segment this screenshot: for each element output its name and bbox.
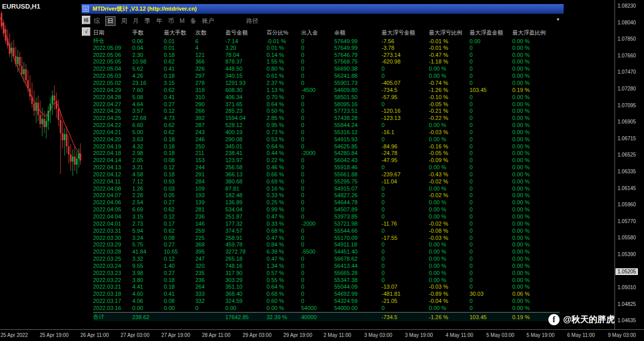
candle-body [68,146,70,154]
table-row[interactable]: 2022.03.303.240.08225258.910.47 %055170.… [93,234,560,241]
candle-body [23,69,25,74]
table-row[interactable]: 2022.03.315.940.62259374.570.68 %055544.… [93,227,560,234]
table-row[interactable]: 2022.04.285.080.41310406.340.70 %058501.… [93,94,560,101]
time-tick-label: 29 Apr 03:00 [243,332,272,338]
table-row[interactable]: 2022.04.263.570.12266285.230.50 %057723.… [93,107,560,114]
table-cell: -734.5 [382,314,429,320]
table-row[interactable]: 2022.04.012.730.17146177.320.33 %-200053… [93,220,560,227]
chevron-down-icon[interactable]: ▼ [556,17,560,22]
table-row[interactable]: 2022.04.215.000.62243400.190.73 %055316.… [93,129,560,136]
candle-body [40,115,41,124]
tab-币[interactable]: 币 [168,17,174,25]
table-row[interactable]: 2022.05.090.040.0143.200.01 %057649.99-3… [93,44,560,51]
table-cell: 265.18 [225,256,267,262]
table-row[interactable]: 2022.04.203.630.18246290.080.53 %054915.… [93,136,560,143]
table-row[interactable]: 2022.04.182.980.18211238.410.44 %-200054… [93,150,560,157]
tab-年[interactable]: 年 [156,17,162,25]
table-row[interactable]: 2022.03.249.551.40320748.161.34 %056413.… [93,262,560,269]
table-row[interactable]: 2022.04.2522.684.733921594.042.85 %05743… [93,114,560,121]
table-cell: 54280.84 [334,150,382,156]
table-cell: 395 [195,249,225,255]
table-cell: 23.16 [132,80,164,86]
table-cell: 0.01 [164,45,195,51]
time-tick-label: 27 Apr 03:00 [121,332,150,338]
table-cell: 0 [470,101,512,107]
tab-季[interactable]: 季 [144,17,151,25]
table-row[interactable]: 2022.04.226.600.62287528.120.95 %055844.… [93,121,560,129]
time-tick-label: 9 May 03:00 [608,332,636,338]
table-row[interactable]: 2022.04.274.640.27290371.650.64 %058095.… [93,101,560,108]
table-row[interactable]: 2022.03.214.410.18264351.100.64 %055044.… [93,284,560,291]
table-row[interactable]: 2022.04.124.580.18291366.130.66 %055661.… [93,171,560,178]
table-cell: 236 [195,213,225,220]
table-row[interactable]: 2022.04.117.120.93284380.680.69 %055295.… [93,178,560,185]
table-cell: 持仓 [93,37,132,45]
table-cell: 3272.78 [225,249,267,255]
tab-备[interactable]: 备 [190,17,196,25]
tab-月[interactable]: 月 [133,17,139,25]
table-cell: 0.18 [164,73,195,79]
table-cell: 2.37 % [267,80,301,86]
table-row[interactable]: 2022.04.072.280.05193182.480.33 %054827.… [93,192,560,199]
table-row[interactable]: 2022.05.062.300.1812178.040.14 %057646.7… [93,51,560,58]
table-cell: 291 [195,171,225,177]
minimize-button[interactable]: - [82,6,89,12]
tab-账户[interactable]: 账户 [202,17,214,25]
table-row[interactable]: 2022.04.062.540.27139136.890.25 %054644.… [93,199,560,206]
table-row[interactable]: 2022.04.043.150.12236251.870.47 %053973.… [93,213,560,220]
check-button[interactable]: √ [82,27,91,36]
table-cell: 0.00 % [512,143,560,149]
table-row[interactable]: 2022.04.194.320.18250345.010.64 %054625.… [93,143,560,150]
table-row[interactable]: 2022.05.045.620.41326448.500.80 %056690.… [93,65,560,72]
table-cell: 287 [195,122,225,128]
table-cell: 2022.04.19 [93,143,132,149]
table-cell: 0.00 % [512,52,560,58]
table-row[interactable]: 2022.03.174.060.08332324.590.60 %054324.… [93,297,560,304]
tab-综[interactable]: 综 [94,17,100,25]
time-axis[interactable]: 25 Apr 202225 Apr 19:0026 Apr 11:0027 Ap… [0,329,644,341]
table-cell: 4.26 [132,73,164,79]
table-row[interactable]: 2022.05.034.260.18297340.150.61 %056241.… [93,72,560,79]
table-cell: 400.19 [225,129,267,135]
table-cell: 0.00 % [512,298,560,304]
tab-周[interactable]: 周 [121,17,127,25]
table-cell: 2022.04.25 [93,115,132,121]
tab-路径[interactable]: 路径 [246,17,258,25]
table-row[interactable]: 2022.03.160.000.0000.000.00 %5400054000.… [93,304,560,312]
table-cell: 0.00 % [512,94,560,100]
price-tick-label: 1.08230 [618,3,636,9]
tab-M[interactable]: M [180,17,185,24]
table-row[interactable]: 2022.05.0510.980.62366878.371.55 %057568… [93,58,560,66]
table-cell: 0 [470,284,512,290]
table-cell: 3.21 [132,164,164,170]
time-tick-label: 6 May 11:00 [567,332,595,338]
table-row[interactable]: 2022.03.253.320.12247265.180.47 %056678.… [93,255,560,262]
price-scale[interactable]: 1.082301.080401.078501.076601.074701.072… [614,0,644,329]
panel-titlebar[interactable]: - MTDriver统计 ,V3.12 (http://mtdriver.cn) [81,4,564,14]
total-row[interactable]: 合计238.6217642.8532.39 %40000-734.5-1.26 … [93,313,560,321]
table-row[interactable]: 2022.03.2841.8410.653953272.786.39 %-550… [93,248,560,255]
table-row[interactable]: 持仓0.060.016-7.14-0.01 %057649.99-7.56-0.… [93,37,560,44]
table-row[interactable]: 2022.03.223.800.18236303.290.55 %055347.… [93,276,560,284]
table-cell: 0 [470,45,512,51]
table-cell: -3.78 [382,45,429,51]
table-row[interactable]: 2022.04.056.690.62281534.040.99 %054507.… [93,206,560,213]
table-row[interactable]: 2022.05.0223.163.152781291.932.37 %05590… [93,79,560,86]
table-cell: 0.00 % [512,73,560,79]
table-row[interactable]: 2022.04.081.260.0310987.810.16 %054915.0… [93,185,560,192]
table-row[interactable]: 2022.03.233.980.27235317.900.57 %055665.… [93,269,560,276]
tab-日[interactable]: 日 [105,16,115,26]
table-row[interactable]: 2022.04.133.210.12244256.580.46 %055918.… [93,164,560,171]
price-tick-label: 1.07280 [618,86,636,91]
table-row[interactable]: 2022.04.142.050.08153123.970.22 %056042.… [93,157,560,164]
table-cell: 6 [195,38,225,44]
move-button[interactable]: 移 [82,16,91,24]
table-cell: 0.00 % [429,206,470,212]
table-row[interactable]: 2022.03.295.750.27368459.780.84 %054911.… [93,241,560,248]
table-cell: -120.16 [382,108,429,114]
table-row[interactable]: 2022.04.297.600.62318608.301.13 %-450054… [93,86,560,94]
table-cell: 0 [470,221,512,227]
table-row[interactable]: 2022.03.184.600.41333368.400.68 %054692.… [93,290,560,297]
table-body: 持仓0.060.016-7.14-0.01 %057649.99-7.56-0.… [93,37,560,312]
time-tick-label: 27 Apr 19:00 [161,332,190,338]
